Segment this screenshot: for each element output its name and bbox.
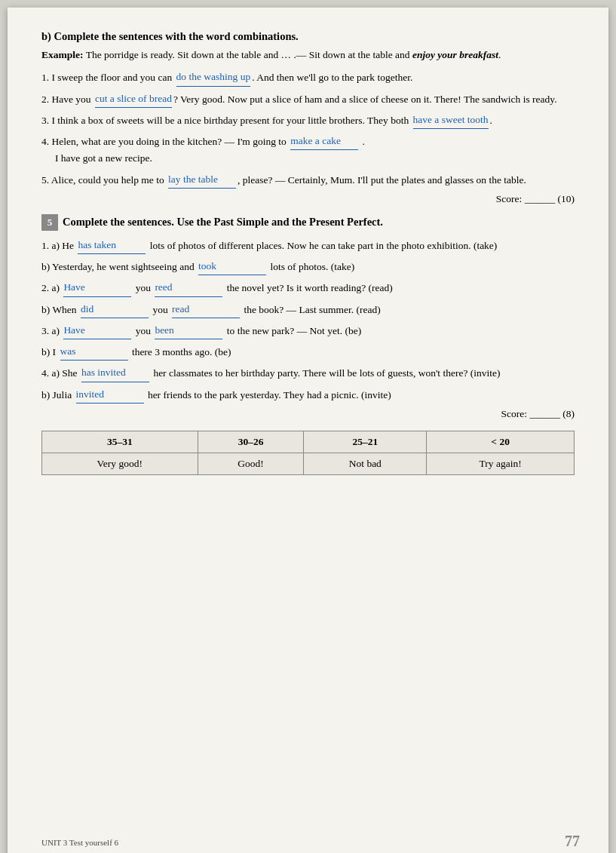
- s5-q3a-ans1: Have: [63, 322, 131, 339]
- example-line: Example: The porridge is ready. Sit down…: [41, 48, 575, 63]
- q1-answer: do the washing up: [176, 69, 251, 86]
- q4-answer: make a cake: [290, 133, 358, 150]
- s5-q1a: 1. a) He has taken lots of photos of dif…: [41, 237, 575, 254]
- footer-text: UNIT 3 Test yourself 6: [41, 838, 118, 847]
- s5-q4a: 4. a) She has invited her classmates to …: [41, 364, 575, 382]
- s5-q2a-ans2: reed: [155, 279, 222, 296]
- q3-answer: have a sweet tooth: [413, 112, 489, 129]
- s5-q3b: b) I was there 3 months ago. (be): [41, 343, 575, 361]
- s5-q2b: b) When did you read the book? — Last su…: [41, 301, 575, 318]
- question-3: 3. I think a box of sweets will be a nic…: [41, 112, 575, 129]
- q3-period: .: [490, 115, 492, 126]
- q1-num: 1. I sweep the floor and you can: [41, 72, 175, 83]
- question-2: 2. Have you cut a slice of bread? Very g…: [41, 91, 575, 108]
- s5-q1b: b) Yesterday, he went sightseeing and to…: [41, 258, 575, 275]
- page-number: 77: [565, 833, 580, 850]
- example-text: The porridge is ready. Sit down at the t…: [86, 49, 412, 60]
- section-b-title: b) Complete the sentences with the word …: [41, 30, 575, 43]
- s5-q4b-ans1: invited: [76, 386, 144, 403]
- q5-after: , please? — Certainly, Mum. I'll put the…: [238, 174, 526, 186]
- question-5: 5. Alice, could you help me to lay the t…: [41, 171, 575, 189]
- q2-answer: cut a slice of bread: [95, 91, 172, 108]
- score-b: Score: ______ (10): [41, 193, 575, 205]
- q4-after: .: [360, 136, 365, 147]
- q4-continuation: I have got a new recipe.: [55, 150, 575, 167]
- score-table: 35–31 30–26 25–21 < 20 Very good! Good! …: [41, 431, 575, 475]
- s5-q2b-ans1: did: [81, 301, 149, 318]
- question-4: 4. Helen, what are you doing in the kitc…: [41, 133, 575, 167]
- s5-q3b-ans1: was: [60, 343, 128, 361]
- table-header-1: 30–26: [198, 431, 304, 453]
- table-cell-2: Not bad: [304, 453, 427, 474]
- example-period: .: [498, 49, 501, 60]
- s5-q4b: b) Julia invited her friends to the park…: [41, 386, 575, 403]
- table-header-0: 35–31: [42, 431, 198, 453]
- table-header-2: 25–21: [304, 431, 427, 453]
- table-cell-1: Good!: [198, 453, 304, 474]
- s5-q2a-ans1: Have: [63, 279, 131, 296]
- example-prefix: Example:: [41, 49, 84, 60]
- q3-text: 3. I think a box of sweets will be a nic…: [41, 115, 412, 126]
- s5-q3a-ans2: been: [155, 322, 222, 339]
- table-cell-0: Very good!: [42, 453, 198, 474]
- section5-title: Complete the sentences. Use the Past Sim…: [63, 216, 383, 229]
- example-answer: enjoy your breakfast: [412, 49, 498, 60]
- q4-text: 4. Helen, what are you doing in the kitc…: [41, 136, 289, 147]
- q5-text: 5. Alice, could you help me to: [41, 174, 167, 186]
- s5-q1b-ans1: took: [198, 258, 266, 275]
- page: b) Complete the sentences with the word …: [8, 8, 608, 853]
- table-cell-3: Try again!: [427, 453, 575, 474]
- s5-q2a: 2. a) Have you reed the novel yet? Is it…: [41, 279, 575, 296]
- section5-header: 5 Complete the sentences. Use the Past S…: [41, 214, 575, 231]
- q2-after: ? Very good. Now put a slice of ham and …: [173, 94, 557, 105]
- table-header-3: < 20: [427, 431, 575, 453]
- section5-num: 5: [41, 214, 58, 231]
- s5-q2b-ans2: read: [172, 301, 240, 318]
- q2-num: 2. Have you: [41, 94, 93, 105]
- s5-q1a-ans1: has taken: [78, 237, 146, 254]
- score-5: Score: ______ (8): [41, 408, 575, 420]
- q5-answer: lay the table: [168, 171, 236, 189]
- question-1: 1. I sweep the floor and you can do the …: [41, 69, 575, 86]
- q1-after: . And then we'll go to the park together…: [252, 72, 412, 83]
- s5-q4a-ans1: has invited: [81, 364, 149, 382]
- s5-q3a: 3. a) Have you been to the new park? — N…: [41, 322, 575, 339]
